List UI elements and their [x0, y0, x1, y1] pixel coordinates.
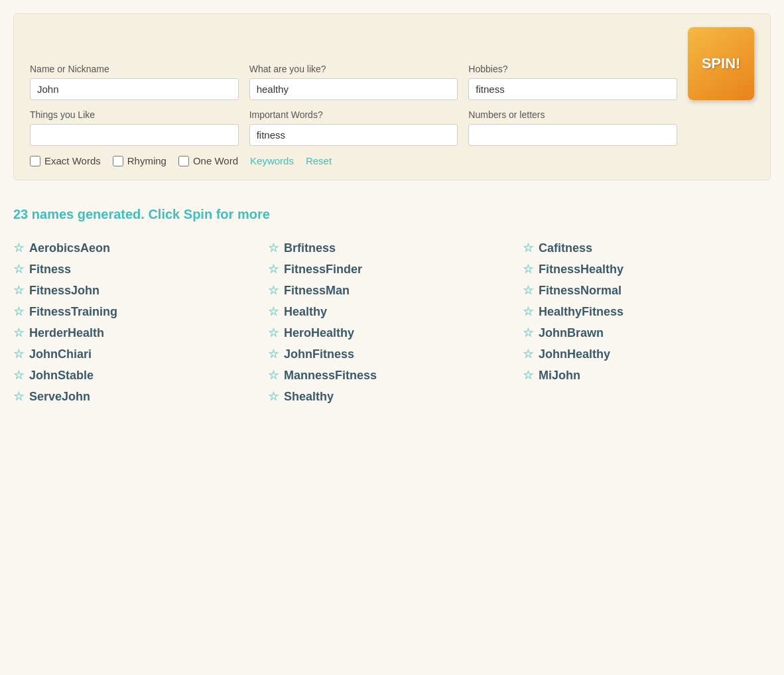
name-text: Fitness: [29, 263, 71, 276]
one-word-checkbox[interactable]: [178, 156, 189, 166]
star-icon: ☆: [523, 347, 533, 361]
list-item: ☆AerobicsAeon: [13, 241, 261, 255]
what-input[interactable]: [249, 78, 458, 100]
name-text: AerobicsAeon: [29, 241, 110, 255]
spin-button[interactable]: SPIN!: [688, 27, 754, 100]
name-group: Name or Nickname: [30, 64, 239, 100]
list-item: ☆FitnessTraining: [13, 304, 261, 319]
list-item: ☆FitnessHealthy: [523, 262, 771, 276]
star-icon: ☆: [523, 283, 533, 298]
things-label: Things you Like: [30, 109, 239, 120]
hobbies-input[interactable]: [468, 78, 677, 100]
star-icon: ☆: [268, 326, 279, 340]
list-item: ☆MannessFitness: [268, 368, 516, 383]
important-label: Important Words?: [249, 109, 458, 120]
list-item: ☆JohnHealthy: [523, 347, 771, 361]
name-text: FitnessNormal: [539, 284, 621, 298]
star-icon: ☆: [523, 262, 533, 276]
star-icon: ☆: [13, 304, 24, 319]
name-text: JohnChiari: [29, 347, 92, 361]
hobbies-label: Hobbies?: [468, 64, 677, 74]
list-item: ☆JohnFitness: [268, 347, 516, 361]
name-text: HealthyFitness: [539, 305, 623, 319]
fields-row-top: Name or Nickname What are you like? Hobb…: [30, 27, 754, 100]
star-icon: ☆: [268, 368, 279, 383]
list-item: ☆Cafitness: [523, 241, 771, 255]
numbers-label: Numbers or letters: [468, 109, 677, 120]
results-section: 23 names generated. Click Spin for more …: [13, 207, 771, 404]
numbers-input[interactable]: [468, 124, 677, 146]
list-item: ☆Shealthy: [268, 389, 516, 404]
star-icon: ☆: [13, 368, 24, 383]
rhyming-label: Rhyming: [127, 155, 166, 166]
what-label: What are you like?: [249, 64, 458, 74]
important-input[interactable]: [249, 124, 458, 146]
star-icon: ☆: [268, 304, 279, 319]
name-input[interactable]: [30, 78, 239, 100]
what-group: What are you like?: [249, 64, 458, 100]
exact-words-checkbox[interactable]: [30, 156, 40, 166]
star-icon: ☆: [523, 241, 533, 255]
name-text: FitnessJohn: [29, 284, 99, 298]
star-icon: ☆: [13, 347, 24, 361]
star-icon: ☆: [13, 241, 24, 255]
list-item: ☆HerderHealth: [13, 326, 261, 340]
star-icon: ☆: [268, 389, 279, 404]
list-item: ☆FitnessMan: [268, 283, 516, 298]
name-text: ServeJohn: [29, 390, 90, 404]
results-count: 23 names generated. Click Spin for more: [13, 207, 771, 222]
star-icon: ☆: [268, 347, 279, 361]
options-row: Exact Words Rhyming One Word Keywords Re…: [30, 155, 754, 166]
reset-button[interactable]: Reset: [306, 155, 332, 166]
star-icon: ☆: [13, 283, 24, 298]
list-item: ☆Healthy: [268, 304, 516, 319]
list-item: ☆ServeJohn: [13, 389, 261, 404]
list-item: ☆FitnessFinder: [268, 262, 516, 276]
star-icon: ☆: [523, 304, 533, 319]
rhyming-checkbox[interactable]: [113, 156, 123, 166]
one-word-label: One Word: [193, 155, 238, 166]
name-text: FitnessHealthy: [539, 263, 623, 276]
list-item: ☆FitnessNormal: [523, 283, 771, 298]
fields-row-bottom: Things you Like Important Words? Numbers…: [30, 109, 754, 146]
name-text: FitnessFinder: [284, 263, 362, 276]
list-item: ☆HeroHealthy: [268, 326, 516, 340]
star-icon: ☆: [268, 241, 279, 255]
name-text: MannessFitness: [284, 369, 377, 383]
hobbies-group: Hobbies?: [468, 64, 677, 100]
star-icon: ☆: [13, 262, 24, 276]
rhyming-checkbox-label[interactable]: Rhyming: [113, 155, 166, 166]
list-item: ☆JohnStable: [13, 368, 261, 383]
name-text: JohnBrawn: [539, 326, 604, 340]
name-text: JohnHealthy: [539, 347, 610, 361]
keywords-button[interactable]: Keywords: [250, 155, 294, 166]
exact-words-checkbox-label[interactable]: Exact Words: [30, 155, 101, 166]
star-icon: ☆: [13, 326, 24, 340]
name-text: HeroHealthy: [284, 326, 354, 340]
list-item: ☆HealthyFitness: [523, 304, 771, 319]
star-icon: ☆: [523, 326, 533, 340]
list-item: ☆JohnChiari: [13, 347, 261, 361]
name-text: JohnFitness: [284, 347, 354, 361]
important-group: Important Words?: [249, 109, 458, 146]
star-icon: ☆: [523, 368, 533, 383]
star-icon: ☆: [13, 389, 24, 404]
form-panel: Name or Nickname What are you like? Hobb…: [13, 13, 771, 180]
list-item: ☆Brfitness: [268, 241, 516, 255]
name-text: Shealthy: [284, 390, 334, 404]
name-label: Name or Nickname: [30, 64, 239, 74]
one-word-checkbox-label[interactable]: One Word: [178, 155, 238, 166]
name-text: FitnessTraining: [29, 305, 117, 319]
things-input[interactable]: [30, 124, 239, 146]
star-icon: ☆: [268, 283, 279, 298]
list-item: ☆FitnessJohn: [13, 283, 261, 298]
name-text: Brfitness: [284, 241, 336, 255]
exact-words-label: Exact Words: [44, 155, 101, 166]
name-text: FitnessMan: [284, 284, 350, 298]
name-text: MiJohn: [539, 369, 580, 383]
things-group: Things you Like: [30, 109, 239, 146]
star-icon: ☆: [268, 262, 279, 276]
names-grid: ☆AerobicsAeon☆Brfitness☆Cafitness☆Fitnes…: [13, 241, 771, 404]
name-text: Healthy: [284, 305, 327, 319]
name-text: Cafitness: [539, 241, 592, 255]
